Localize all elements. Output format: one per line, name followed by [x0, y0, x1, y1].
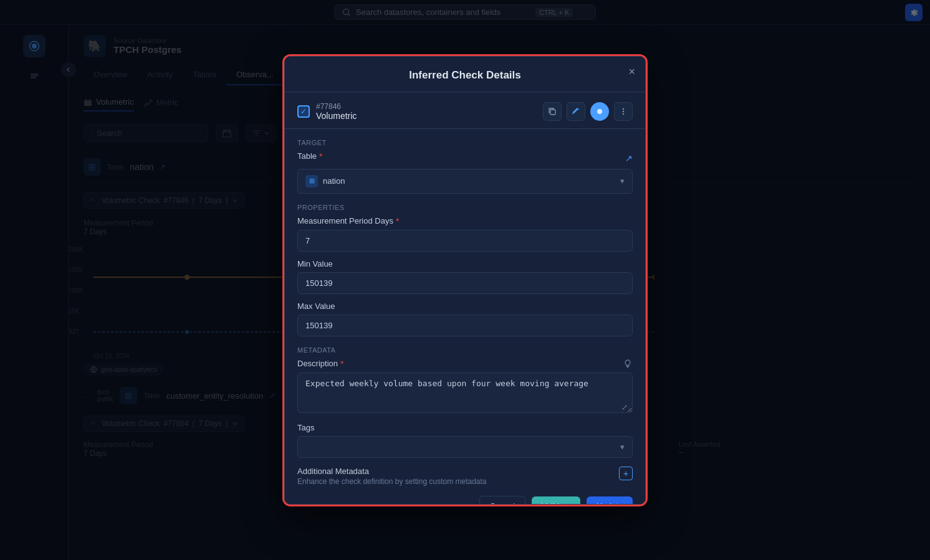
add-metadata-button[interactable]: +	[619, 467, 633, 480]
measurement-days-field-label: Measurement Period Days *	[297, 216, 633, 226]
description-textarea-wrapper: Expected weekly volume based upon four w…	[297, 373, 633, 415]
table-select-value: nation	[323, 176, 345, 186]
check-checkbox[interactable]: ✓	[297, 105, 310, 118]
additional-meta-subtitle: Enhance the check definition by setting …	[297, 477, 487, 486]
cancel-button[interactable]: Cancel	[479, 496, 525, 505]
svg-point-26	[623, 113, 624, 114]
additional-meta-title: Additional Metadata	[297, 467, 487, 476]
metadata-section: Metadata Description * Expected weekly v…	[285, 336, 645, 415]
tags-field-label: Tags	[297, 423, 633, 432]
copy-icon	[548, 107, 557, 116]
min-value-field-label: Min Value	[297, 259, 633, 268]
bulb-icon[interactable]	[623, 359, 633, 369]
table-required: *	[319, 151, 322, 161]
check-id-label: #77846 Volumetric	[316, 102, 537, 121]
description-field-label: Description *	[297, 359, 343, 369]
max-value-input[interactable]	[297, 315, 633, 336]
circle-icon	[597, 108, 603, 115]
dots-vertical-icon	[619, 107, 628, 116]
description-required: *	[340, 359, 343, 369]
check-action-buttons	[543, 102, 633, 121]
target-section: Target Table * ↗ ⊞ nation ▾	[285, 129, 645, 194]
edit-button[interactable]	[567, 102, 585, 121]
modal-footer: Cancel Validate Update	[285, 486, 645, 505]
tags-select[interactable]: ▾	[297, 436, 633, 458]
tags-section: Tags ▾	[285, 415, 645, 458]
more-options-button[interactable]	[614, 102, 633, 121]
inferred-check-modal: Inferred Check Details × ✓ #77846 Volume…	[284, 56, 646, 505]
svg-point-25	[623, 110, 624, 112]
min-value-input[interactable]	[297, 272, 633, 294]
update-button[interactable]: Update	[587, 496, 633, 505]
table-select-icon: ⊞	[305, 175, 318, 187]
additional-metadata-section[interactable]: Additional Metadata Enhance the check de…	[285, 458, 645, 486]
properties-section: Properties Measurement Period Days * Min…	[285, 194, 645, 336]
modal-title: Inferred Check Details	[409, 69, 521, 81]
validate-button[interactable]: Validate	[532, 496, 580, 505]
edit-icon	[572, 107, 580, 116]
measurement-days-input[interactable]	[297, 230, 633, 252]
table-field-label: Table *	[297, 151, 323, 161]
check-id-text: #77846	[316, 102, 537, 111]
properties-section-label: Properties	[297, 204, 633, 211]
table-link-button[interactable]: ↗	[625, 153, 633, 163]
check-title-row: ✓ #77846 Volumetric	[285, 92, 645, 129]
svg-point-23	[597, 109, 602, 114]
svg-point-24	[623, 108, 624, 109]
table-select[interactable]: ⊞ nation ▾	[297, 169, 633, 194]
target-section-label: Target	[297, 139, 633, 146]
max-value-field-label: Max Value	[297, 301, 633, 311]
additional-meta-text: Additional Metadata Enhance the check de…	[297, 467, 487, 486]
description-textarea[interactable]: Expected weekly volume based upon four w…	[297, 373, 633, 413]
meas-days-required: *	[396, 216, 399, 226]
modal-title-bar: Inferred Check Details ×	[285, 57, 645, 92]
svg-rect-22	[550, 110, 555, 115]
status-button[interactable]	[590, 102, 609, 121]
metadata-section-label: Metadata	[297, 346, 633, 354]
tags-arrow: ▾	[620, 442, 625, 452]
copy-button[interactable]	[543, 102, 562, 121]
description-header: Description *	[297, 359, 633, 369]
table-select-arrow: ▾	[620, 176, 625, 186]
expand-icon[interactable]: ⤢	[621, 403, 628, 412]
check-type-text: Volumetric	[316, 111, 537, 121]
modal-overlay[interactable]: Inferred Check Details × ✓ #77846 Volume…	[0, 0, 930, 560]
modal-close-button[interactable]: ×	[628, 65, 635, 78]
